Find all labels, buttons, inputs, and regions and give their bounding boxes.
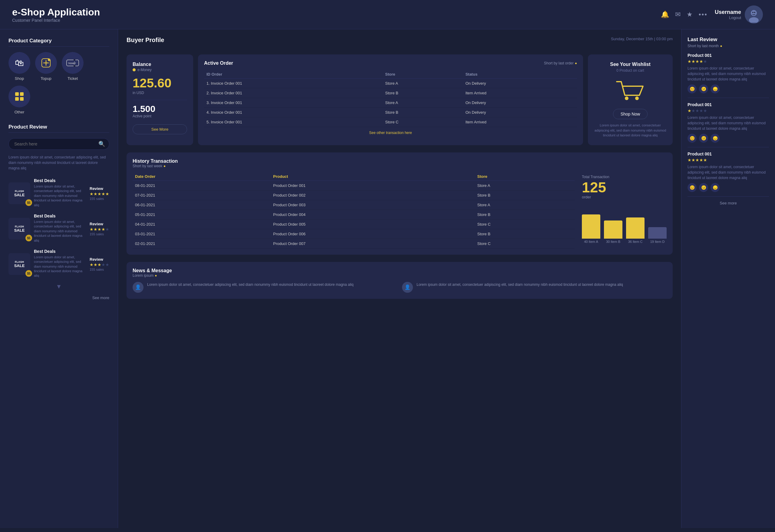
review-reactions: 😊 😐 😞 xyxy=(688,84,769,93)
happy-reaction-button[interactable]: 😊 xyxy=(688,84,697,93)
cart-icon xyxy=(615,79,646,104)
deal-item: FLASH SALE $5 Best Deals Lorem ipsum dol… xyxy=(8,214,109,244)
search-input[interactable] xyxy=(8,138,109,150)
active-order-header: Active Order Short by last order ● xyxy=(204,60,577,66)
order-store: Store A xyxy=(383,98,463,108)
history-table-head: Date Order Product Store xyxy=(132,172,574,181)
search-wrap: 🔍 xyxy=(8,138,109,150)
col-store: Store xyxy=(475,172,574,181)
active-order-title: Active Order xyxy=(204,60,233,66)
deal-price-badge: $5 xyxy=(25,199,32,206)
history-inner: Date Order Product Store 08-01-2021Produ… xyxy=(132,172,667,249)
svg-point-1 xyxy=(751,10,757,16)
chart-total-label: Total Transaction xyxy=(582,175,667,179)
order-status: On Delivery xyxy=(463,108,577,117)
bar-col: 40 Item A xyxy=(582,214,600,243)
header-icons: 🔔 ✉ ★ ••• xyxy=(661,11,708,18)
see-more-link[interactable]: See more xyxy=(8,295,109,300)
more-icon[interactable]: ••• xyxy=(699,11,708,18)
product-categories: 🛍 Shop ↑ Topup xyxy=(8,52,109,114)
search-button[interactable]: 🔍 xyxy=(98,141,105,147)
center-panel: Buyer Profile Sunday, December 15th | 03… xyxy=(118,29,681,528)
emoney-dot xyxy=(132,68,136,71)
divider xyxy=(132,100,187,100)
category-topup[interactable]: ↑ Topup xyxy=(35,52,57,81)
topup-icon: ↑ xyxy=(35,52,57,74)
balance-label: Balance xyxy=(132,62,187,67)
left-panel: Product Category 🛍 Shop ↑ Topup xyxy=(0,29,118,528)
wishlist-desc: Lorem ipsum dolor sit amet, consectetuer… xyxy=(594,123,667,138)
bar-col: 30 Item B xyxy=(604,220,623,243)
review-stars: ★★★★★ xyxy=(688,108,769,113)
history-title: History Transaction xyxy=(132,158,178,164)
order-status: Item Arrived xyxy=(463,88,577,98)
notification-icon[interactable]: 🔔 xyxy=(661,11,669,18)
balance-currency: in USD xyxy=(132,91,187,95)
news-dot: ● xyxy=(155,273,157,278)
table-row: 04-01-2021Product Order 005Store C xyxy=(132,219,574,229)
review-sort-dot: ● xyxy=(720,44,722,48)
category-shop-label: Shop xyxy=(15,76,24,81)
review-product-name: Product 001 xyxy=(688,53,769,58)
scroll-indicator: ▼ xyxy=(8,283,109,290)
table-row: 08-01-2021Product Order 001Store A xyxy=(132,181,574,190)
datetime-display: Sunday, December 15th | 03:00 pm xyxy=(611,37,673,41)
col-product: Product xyxy=(271,172,475,181)
deal-name: Best Deals xyxy=(34,249,86,254)
sad-reaction-button[interactable]: 😞 xyxy=(711,84,720,93)
category-other[interactable]: Other xyxy=(8,86,30,114)
mail-icon[interactable]: ✉ xyxy=(675,11,681,18)
svg-point-3 xyxy=(752,12,754,13)
logout-link[interactable]: Logout xyxy=(715,15,741,20)
happy-reaction-button[interactable]: 😊 xyxy=(688,134,697,143)
app-title: e-Shop Application xyxy=(12,7,100,18)
happy-reaction-button[interactable]: 😊 xyxy=(688,183,697,192)
bar-label-c: 36 Item C xyxy=(628,240,643,243)
order-store: Store C xyxy=(383,117,463,127)
category-ticket-label: Ticket xyxy=(67,76,78,81)
sad-reaction-button[interactable]: 😞 xyxy=(711,134,720,143)
app-subtitle: Customer Panel Interface xyxy=(12,18,100,23)
last-review-sort: Short by last month ● xyxy=(688,44,769,48)
deal-item: FLASH SALE $5 Best Deals Lorem ipsum dol… xyxy=(8,178,109,209)
history-header: History Transaction Short by last week ● xyxy=(132,158,667,168)
last-review-title: Last Review xyxy=(688,37,769,43)
table-row: 1. Invoice Order 001 Store A On Delivery xyxy=(204,79,577,88)
header-user: Username Logout xyxy=(715,5,763,24)
bar-item-d xyxy=(648,227,667,239)
see-other-transaction-link[interactable]: See other transaction here xyxy=(204,131,577,135)
order-id: 2. Invoice Order 001 xyxy=(204,88,383,98)
deal-desc: Lorem ipsum dolor sit amet, consectetuer… xyxy=(34,184,86,207)
neutral-reaction-button[interactable]: 😐 xyxy=(699,183,708,192)
deal-item: FLASH SALE $5 Best Deals Lorem ipsum dol… xyxy=(8,249,109,279)
deal-thumbnail: FLASH SALE $5 xyxy=(8,218,30,240)
neutral-reaction-button[interactable]: 😐 xyxy=(699,134,708,143)
review-item: Product 001 ★★★★★ Lorem ipsum dolor sit … xyxy=(688,102,769,147)
see-more-reviews-link[interactable]: See more xyxy=(688,201,769,205)
history-sort-dot: ● xyxy=(163,164,165,168)
sad-reaction-button[interactable]: 😞 xyxy=(711,183,720,192)
sales-count: 155 sales xyxy=(90,268,109,271)
table-row: 2. Invoice Order 001 Store B Item Arrive… xyxy=(204,88,577,98)
shop-now-button[interactable]: Shop Now xyxy=(613,109,648,119)
review-label: Review xyxy=(90,222,109,226)
svg-point-20 xyxy=(635,96,639,100)
review-product-name: Product 001 xyxy=(688,102,769,107)
wishlist-card: See Your Wishlist 0 Product on cart Shop… xyxy=(588,54,673,145)
deal-desc: Lorem ipsum dolor sit amet, consectetuer… xyxy=(34,220,86,243)
svg-point-4 xyxy=(754,12,755,13)
bar-label-d: 19 Item D xyxy=(650,240,665,243)
news-card: News & Message Lorem ipsum ● 👤 Lorem ips… xyxy=(126,262,673,299)
order-id: 1. Invoice Order 001 xyxy=(204,79,383,88)
balance-see-more-button[interactable]: See More xyxy=(132,124,187,134)
buyer-profile-header: Buyer Profile Sunday, December 15th | 03… xyxy=(126,37,673,49)
svg-rect-16 xyxy=(20,92,24,96)
category-shop[interactable]: 🛍 Shop xyxy=(8,52,30,81)
sort-label: Short by last order ● xyxy=(544,61,577,65)
chart-area: Total Transaction 125 order 40 Item A 30… xyxy=(582,172,667,249)
svg-rect-17 xyxy=(15,97,19,101)
category-ticket[interactable]: TICKET Ticket xyxy=(62,52,83,81)
neutral-reaction-button[interactable]: 😐 xyxy=(699,84,708,93)
star-icon[interactable]: ★ xyxy=(687,11,693,18)
history-card: History Transaction Short by last week ●… xyxy=(126,152,673,255)
